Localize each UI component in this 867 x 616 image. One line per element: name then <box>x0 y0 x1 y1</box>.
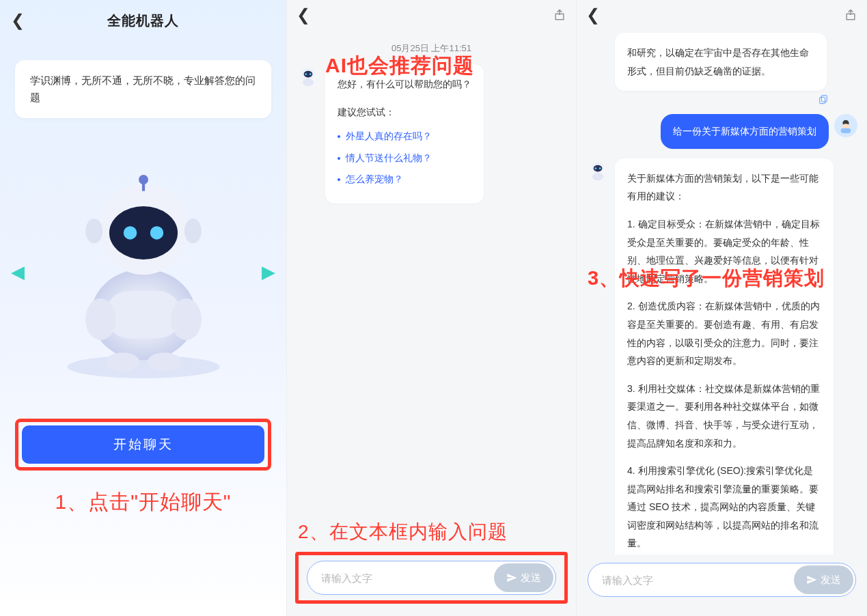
svg-rect-22 <box>821 96 827 102</box>
svg-point-14 <box>147 353 181 372</box>
share-icon[interactable] <box>844 8 857 22</box>
robot-image <box>48 163 239 381</box>
bot-message-row: 和研究，以确定在宇宙中是否存在其他生命形式，但目前仍缺乏确凿的证据。 <box>586 33 857 91</box>
back-icon[interactable]: ❮ <box>586 5 600 25</box>
user-message-row: 给一份关于新媒体方面的营销策划 <box>586 114 857 149</box>
robot-illustration: ◀ ▶ <box>0 145 286 398</box>
send-button[interactable]: 发送 <box>794 565 853 594</box>
page-title: 全能机器人 <box>107 12 179 30</box>
svg-point-31 <box>592 173 603 180</box>
svg-point-29 <box>594 167 596 169</box>
chat-screen-reply: ❮ 和研究，以确定在宇宙中是否存在其他生命形式，但目前仍缺乏确凿的证据。 给一份… <box>577 0 867 616</box>
svg-rect-23 <box>820 98 825 104</box>
intro-screen: ❮ 全能机器人 学识渊博，无所不通，无所不晓，专业解答您的问题 ◀ ▶ 开始聊天… <box>0 0 287 616</box>
reply-point-2: 2. 创造优质内容：在新媒体营销中，优质的内容是至关重要的。要创造有趣、有用、有… <box>627 297 821 369</box>
annotation-1: 1、点击"开始聊天" <box>0 488 286 516</box>
svg-rect-2 <box>105 291 181 339</box>
annotation-2: 2、在文本框内输入问题 <box>298 519 565 545</box>
svg-point-20 <box>303 79 314 86</box>
svg-point-25 <box>842 124 850 128</box>
suggestion-item[interactable]: 情人节送什么礼物？ <box>338 150 471 167</box>
svg-point-4 <box>109 206 177 260</box>
bot-message-row: 关于新媒体方面的营销策划，以下是一些可能有用的建议： 1. 确定目标受众：在新媒… <box>586 158 857 555</box>
svg-rect-26 <box>841 128 851 133</box>
send-icon <box>506 572 517 583</box>
copy-icon[interactable] <box>818 94 829 104</box>
carousel-right-icon[interactable]: ▶ <box>262 262 275 283</box>
chat-input[interactable] <box>321 572 494 584</box>
chat-input[interactable] <box>602 574 794 586</box>
intro-text: 学识渊博，无所不通，无所不晓，专业解答您的问题 <box>15 60 271 118</box>
reply-intro: 关于新媒体方面的营销策划，以下是一些可能有用的建议： <box>627 169 821 206</box>
svg-point-13 <box>105 353 139 372</box>
svg-point-30 <box>599 167 601 169</box>
svg-point-6 <box>150 226 163 239</box>
svg-point-8 <box>184 219 201 243</box>
svg-point-12 <box>171 298 202 340</box>
bot-greeting-bubble: 您好，有什么可以帮助您的吗？ 建议您试试： 外星人真的存在吗？ 情人节送什么礼物… <box>325 64 484 204</box>
user-message-bubble: 给一份关于新媒体方面的营销策划 <box>661 114 829 149</box>
user-avatar <box>834 114 857 137</box>
chat-input-box: 发送 <box>588 563 856 597</box>
reply-point-3: 3. 利用社交媒体：社交媒体是新媒体营销的重要渠道之一。要利用各种社交媒体平台，… <box>627 380 821 452</box>
svg-point-18 <box>305 73 307 75</box>
suggestion-item[interactable]: 外星人真的存在吗？ <box>338 128 471 145</box>
bot-avatar <box>586 158 609 182</box>
back-icon[interactable]: ❮ <box>297 5 310 25</box>
start-chat-button[interactable]: 开始聊天 <box>22 425 264 464</box>
reply-point-4: 4. 利用搜索引擎优化 (SEO):搜索引擎优化是提高网站排名和搜索引擎流量的重… <box>627 462 821 552</box>
send-button[interactable]: 发送 <box>494 563 553 592</box>
suggestion-header: 建议您试试： <box>338 103 471 122</box>
share-icon[interactable] <box>553 8 566 22</box>
input-highlight: 发送 <box>295 552 568 604</box>
svg-point-19 <box>309 73 312 75</box>
start-button-highlight: 开始聊天 <box>15 419 271 471</box>
suggestion-item[interactable]: 怎么养宠物？ <box>338 171 471 188</box>
svg-point-7 <box>85 219 102 243</box>
chat-input-box: 发送 <box>307 561 556 595</box>
chat-screen-suggestions: ❮ 05月25日 上午11:51 您好，有什么可以帮助您的吗？ 建议您试试： 外… <box>287 0 577 616</box>
annotation-3: 3、快速写了一份营销策划 <box>588 265 825 292</box>
bot-message-row: 您好，有什么可以帮助您的吗？ 建议您试试： 外星人真的存在吗？ 情人节送什么礼物… <box>297 64 566 204</box>
bot-avatar <box>297 64 320 87</box>
annotation-top: AI也会推荐问题 <box>325 52 474 80</box>
svg-point-11 <box>85 298 116 340</box>
send-icon <box>806 574 817 585</box>
svg-point-5 <box>123 226 136 239</box>
carousel-left-icon[interactable]: ◀ <box>11 262 25 283</box>
svg-point-9 <box>139 175 148 184</box>
bot-reply-bubble: 关于新媒体方面的营销策划，以下是一些可能有用的建议： 1. 确定目标受众：在新媒… <box>615 158 834 555</box>
back-icon[interactable]: ❮ <box>11 11 25 30</box>
bot-partial-bubble: 和研究，以确定在宇宙中是否存在其他生命形式，但目前仍缺乏确凿的证据。 <box>615 33 827 91</box>
